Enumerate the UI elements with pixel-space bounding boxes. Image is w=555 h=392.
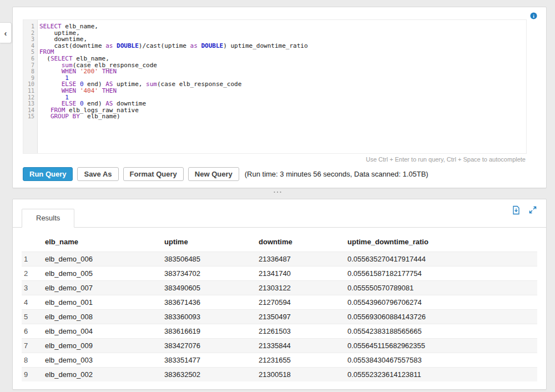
cell: 0.05542383188565665	[347, 327, 537, 335]
row-index: 1	[22, 255, 45, 263]
cell: 21336487	[259, 255, 347, 263]
code-line: WHEN '200' THEN	[39, 68, 526, 75]
cell: 21341740	[259, 269, 347, 278]
line-number: 9	[23, 75, 37, 82]
line-number: 3	[23, 36, 37, 43]
line-number: 2	[23, 30, 37, 37]
cell: elb_demo_006	[45, 255, 164, 263]
cell: elb_demo_001	[45, 298, 164, 306]
row-index: 3	[22, 284, 45, 292]
cell: 383734702	[164, 269, 259, 278]
collapse-panel-handle[interactable]: ‹	[0, 22, 12, 43]
cell: 21350497	[259, 313, 347, 321]
cell: 0.055550570789081	[347, 284, 537, 292]
line-number: 10	[23, 81, 37, 88]
results-header-row: elb_nameuptimedowntimeuptime_downtime_ra…	[22, 228, 537, 252]
column-header: uptime	[164, 238, 259, 246]
cell: 21300518	[259, 370, 347, 379]
info-icon[interactable]: i	[530, 12, 537, 19]
row-index: 5	[22, 313, 45, 321]
cell: elb_demo_003	[45, 356, 164, 364]
line-number: 7	[23, 62, 37, 69]
column-header: downtime	[259, 238, 347, 246]
query-editor-panel: i 123456789101112131415 SELECT elb_name,…	[12, 7, 547, 188]
line-number: 13	[23, 100, 37, 107]
cell: 0.055645115682962355	[347, 341, 537, 350]
cell: 21303122	[259, 284, 347, 292]
cell: elb_demo_005	[45, 269, 164, 278]
run-query-button[interactable]: Run Query	[23, 167, 73, 181]
cell: 21270594	[259, 298, 347, 306]
code-line: WHEN '404' THEN	[39, 88, 526, 94]
cell: elb_demo_004	[45, 327, 164, 335]
line-number: 4	[23, 43, 37, 49]
line-number: 8	[23, 68, 37, 75]
tab-results[interactable]: Results	[22, 209, 74, 228]
cell: 383616619	[164, 327, 259, 335]
code-line: GROUP BY elb_name)	[39, 113, 526, 120]
row-index: 9	[22, 370, 45, 379]
cell: 383632502	[164, 370, 259, 379]
table-row: 6elb_demo_004383616619212615030.05542383…	[22, 324, 537, 338]
row-index: 2	[22, 269, 45, 278]
code-line: uptime,	[39, 30, 526, 37]
cell: 383671436	[164, 298, 259, 306]
results-panel: Results elb_nameuptimedowntimeuptime_dow…	[12, 199, 547, 390]
line-number: 5	[23, 49, 37, 56]
editor-code[interactable]: SELECT elb_name, uptime, downtime, cast(…	[38, 20, 526, 153]
download-file-icon[interactable]	[512, 205, 521, 215]
cell: 0.055693060884143726	[347, 313, 537, 321]
table-row: 5elb_demo_008383360093213504970.05569306…	[22, 309, 537, 324]
code-line: FROM	[39, 49, 526, 56]
panel-splitter[interactable]	[0, 188, 555, 195]
cell: 0.055635270417917444	[347, 255, 537, 263]
line-number: 6	[23, 56, 37, 62]
column-header: elb_name	[45, 238, 164, 246]
cell: elb_demo_007	[45, 284, 164, 292]
table-row: 7elb_demo_009383427076213358440.05564511…	[22, 338, 537, 353]
table-row: 2elb_demo_005383734702213417400.05561587…	[22, 266, 537, 280]
results-body: 1elb_demo_006383506485213364870.05563527…	[22, 252, 537, 381]
cell: 0.05552323614123811	[347, 370, 537, 379]
editor-hint: Use Ctrl + Enter to run query, Ctrl + Sp…	[13, 156, 526, 163]
line-number: 14	[23, 107, 37, 114]
cell: 0.05561587182177754	[347, 269, 537, 278]
code-line: SELECT elb_name,	[39, 23, 526, 30]
cell: 0.05543960796706274	[347, 298, 537, 306]
cell: 21261503	[259, 327, 347, 335]
line-number: 15	[23, 113, 37, 120]
row-index: 6	[22, 327, 45, 335]
row-index: 4	[22, 298, 45, 306]
line-number: 12	[23, 94, 37, 101]
format-query-button[interactable]: Format Query	[123, 167, 184, 181]
drag-handle-icon	[273, 191, 282, 193]
cell: 383427076	[164, 341, 259, 350]
cell: 383360093	[164, 313, 259, 321]
line-number: 1	[23, 23, 37, 30]
corner-cell	[22, 238, 45, 246]
row-index: 8	[22, 356, 45, 364]
cell: 21335844	[259, 341, 347, 350]
table-row: 4elb_demo_001383671436212705940.05543960…	[22, 295, 537, 309]
cell: 383351477	[164, 356, 259, 364]
cell: elb_demo_009	[45, 341, 164, 350]
table-row: 9elb_demo_002383632502213005180.05552323…	[22, 367, 537, 381]
cell: 383490605	[164, 284, 259, 292]
chevron-left-icon: ‹	[4, 29, 7, 37]
query-toolbar: Run Query Save As Format Query New Query…	[23, 167, 546, 181]
table-row: 1elb_demo_006383506485213364870.05563527…	[22, 252, 537, 266]
editor-gutter: 123456789101112131415	[23, 20, 38, 153]
run-status: (Run time: 3 minutes 56 seconds, Data sc…	[245, 170, 428, 178]
expand-icon[interactable]	[528, 205, 537, 215]
cell: 0.05538430467557583	[347, 356, 537, 364]
sql-editor[interactable]: 123456789101112131415 SELECT elb_name, u…	[23, 19, 527, 154]
code-line: cast(downtime as DOUBLE)/cast(uptime as …	[39, 43, 526, 49]
results-table: elb_nameuptimedowntimeuptime_downtime_ra…	[22, 228, 537, 381]
row-index: 7	[22, 341, 45, 350]
table-row: 8elb_demo_003383351477212316550.05538430…	[22, 353, 537, 367]
save-as-button[interactable]: Save As	[77, 167, 118, 181]
new-query-button[interactable]: New Query	[188, 167, 239, 181]
column-header: uptime_downtime_ratio	[347, 238, 537, 246]
cell: 21231655	[259, 356, 347, 364]
table-row: 3elb_demo_007383490605213031220.05555057…	[22, 280, 537, 295]
